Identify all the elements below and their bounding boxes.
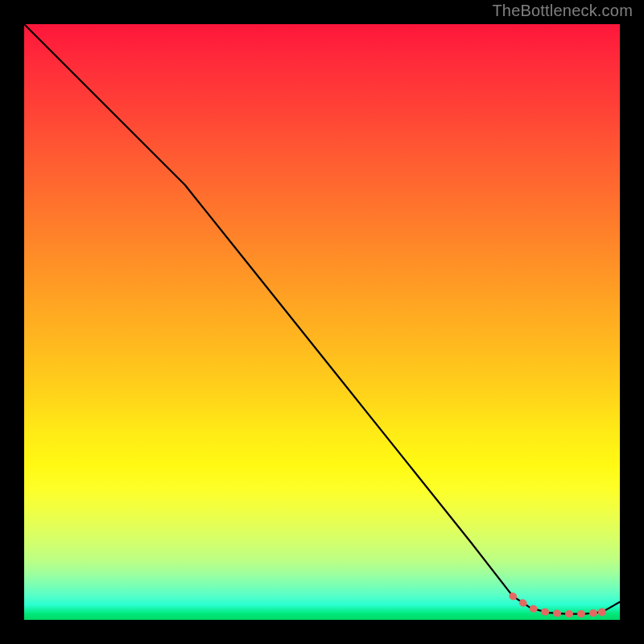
chart-svg-layer (24, 24, 620, 620)
optimal-region-marker (513, 596, 602, 613)
optimal-region-end-dot (598, 608, 606, 616)
bottleneck-curve-line (24, 24, 620, 614)
attribution-text: TheBottleneck.com (492, 2, 633, 20)
chart-plot-area (24, 24, 620, 620)
